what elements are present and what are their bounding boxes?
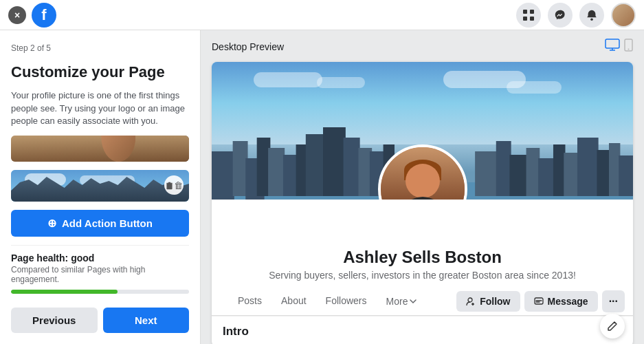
top-nav: × f <box>0 0 644 30</box>
svg-rect-0 <box>523 10 527 14</box>
intro-title: Intro <box>223 325 622 338</box>
follow-button[interactable]: Follow <box>456 291 520 312</box>
svg-rect-17 <box>283 155 298 196</box>
svg-rect-28 <box>496 141 511 196</box>
intro-section: Intro <box>212 316 633 344</box>
page-tabs: Posts About Followers More <box>217 288 437 315</box>
grid-icon-button[interactable] <box>516 3 541 28</box>
preview-title: Desktop Preview <box>212 41 284 52</box>
page-tabs-and-actions: Posts About Followers More <box>212 288 633 316</box>
edit-button[interactable] <box>600 314 625 338</box>
svg-rect-37 <box>619 155 633 196</box>
page-name: Ashley Sells Boston <box>223 248 622 267</box>
page-action-buttons: Follow Message ··· <box>454 290 628 315</box>
profile-picture <box>378 144 467 200</box>
facebook-page-preview: Ashley Sells Boston Serving buyers, sell… <box>212 62 633 344</box>
preview-header: Desktop Preview <box>212 39 633 55</box>
svg-rect-27 <box>475 151 498 196</box>
svg-rect-18 <box>296 144 307 196</box>
bell-icon <box>586 9 598 21</box>
next-button[interactable]: Next <box>103 308 190 333</box>
sidebar-bottom-buttons: Previous Next <box>11 302 189 333</box>
svg-rect-2 <box>523 17 527 21</box>
sidebar-title: Customize your Page <box>11 63 189 81</box>
health-title: Page health: good <box>11 252 189 264</box>
message-icon <box>534 297 544 306</box>
trash-icon <box>165 181 174 190</box>
svg-rect-36 <box>609 143 620 196</box>
svg-point-4 <box>590 18 593 21</box>
profile-picture-thumbnail[interactable] <box>11 136 189 162</box>
desktop-view-icon[interactable] <box>605 39 620 55</box>
follow-icon <box>466 297 476 306</box>
sidebar-description: Your profile picture is one of the first… <box>11 89 189 127</box>
svg-rect-1 <box>530 10 534 14</box>
message-button[interactable]: Message <box>524 291 598 312</box>
svg-rect-32 <box>553 144 566 196</box>
clouds <box>212 69 633 110</box>
svg-rect-35 <box>597 150 610 196</box>
tab-about[interactable]: About <box>271 288 316 315</box>
mobile-view-icon[interactable] <box>624 39 633 55</box>
facebook-logo: f <box>32 3 56 28</box>
svg-rect-29 <box>509 155 528 196</box>
tab-followers[interactable]: Followers <box>316 288 377 315</box>
page-health-section: Page health: good Compared to similar Pa… <box>11 245 189 294</box>
cover-photo <box>212 62 633 200</box>
svg-rect-19 <box>306 134 324 196</box>
grid-icon <box>522 9 535 21</box>
add-action-button[interactable]: ⊕ Add Action Button <box>11 210 189 237</box>
svg-rect-3 <box>530 17 534 21</box>
page-info: Ashley Sells Boston Serving buyers, sell… <box>212 241 633 288</box>
svg-rect-16 <box>268 148 285 196</box>
step-label: Step 2 of 5 <box>11 41 189 54</box>
close-button[interactable]: × <box>8 6 26 24</box>
nav-right <box>516 3 636 28</box>
chevron-down-icon <box>410 299 417 304</box>
more-actions-button[interactable]: ··· <box>602 290 625 312</box>
svg-rect-33 <box>564 153 579 196</box>
preview-area: Desktop Preview <box>201 30 644 344</box>
svg-point-38 <box>468 298 472 302</box>
edit-icon <box>607 321 618 332</box>
svg-rect-34 <box>577 138 599 196</box>
sidebar: Step 2 of 5 Customize your Page Your pro… <box>0 30 201 344</box>
health-bar-background <box>11 290 189 294</box>
messenger-icon <box>554 9 566 21</box>
bell-icon-button[interactable] <box>579 3 604 28</box>
svg-rect-13 <box>233 141 248 196</box>
svg-rect-30 <box>526 148 540 196</box>
svg-rect-20 <box>323 127 346 196</box>
preview-view-icons <box>605 39 633 55</box>
health-bar-fill <box>11 290 118 294</box>
svg-rect-31 <box>538 158 555 196</box>
svg-rect-6 <box>606 39 619 48</box>
messenger-icon-button[interactable] <box>548 3 573 28</box>
page-tagline: Serving buyers, sellers, investors in th… <box>223 270 622 281</box>
add-action-icon: ⊕ <box>47 217 56 230</box>
cover-photo-thumbnail[interactable]: 🗑 <box>11 170 189 202</box>
user-avatar[interactable] <box>611 3 636 28</box>
svg-rect-21 <box>344 138 360 196</box>
main-layout: Step 2 of 5 Customize your Page Your pro… <box>0 30 644 344</box>
tab-posts[interactable]: Posts <box>228 288 271 315</box>
tab-more[interactable]: More <box>377 289 427 314</box>
svg-point-10 <box>628 49 630 50</box>
svg-rect-12 <box>212 151 234 200</box>
previous-button[interactable]: Previous <box>11 308 98 333</box>
health-subtitle: Compared to similar Pages with high enga… <box>11 265 189 284</box>
nav-left: × f <box>8 3 56 28</box>
